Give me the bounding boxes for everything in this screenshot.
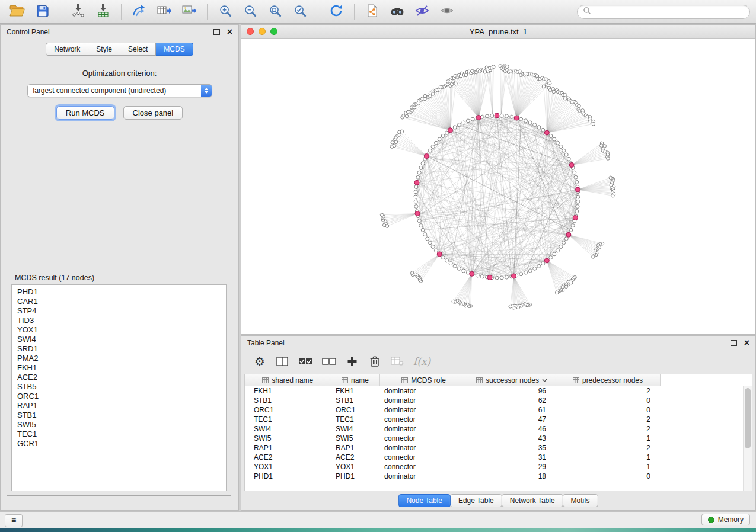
table-cell[interactable]: 1 bbox=[556, 434, 660, 443]
mcds-result-item[interactable]: CAR1 bbox=[17, 297, 226, 306]
mcds-result-item[interactable]: STB1 bbox=[17, 411, 226, 420]
mcds-result-item[interactable]: YOX1 bbox=[17, 325, 226, 335]
table-cell[interactable]: PHD1 bbox=[245, 472, 331, 481]
table-cell[interactable]: SWI5 bbox=[245, 434, 331, 443]
zoom-selected-button[interactable] bbox=[289, 2, 311, 21]
mcds-result-item[interactable]: TEC1 bbox=[17, 430, 226, 439]
table-scrollbar[interactable] bbox=[743, 386, 752, 491]
table-cell[interactable]: 43 bbox=[468, 434, 556, 443]
table-row[interactable]: TEC1TEC1connector472 bbox=[245, 415, 660, 424]
table-cell[interactable]: 96 bbox=[468, 386, 556, 396]
table-cell[interactable]: RAP1 bbox=[331, 443, 379, 453]
column-header-name[interactable]: name bbox=[331, 374, 379, 386]
table-cell[interactable]: dominator bbox=[379, 443, 468, 453]
table-cell[interactable]: 35 bbox=[468, 443, 556, 453]
table-cell[interactable]: TEC1 bbox=[331, 415, 379, 424]
window-minimize-button[interactable] bbox=[259, 28, 266, 35]
table-cell[interactable]: SWI5 bbox=[331, 434, 379, 443]
tab-edge-table[interactable]: Edge Table bbox=[450, 494, 502, 507]
table-cell[interactable]: YOX1 bbox=[245, 462, 331, 472]
window-close-button[interactable] bbox=[247, 28, 254, 35]
table-row[interactable]: STB1STB1dominator620 bbox=[245, 396, 660, 405]
table-cell[interactable]: 1 bbox=[556, 462, 660, 472]
table-row[interactable]: ACE2ACE2connector311 bbox=[245, 453, 660, 462]
mcds-result-item[interactable]: PMA2 bbox=[17, 354, 226, 363]
table-cell[interactable]: YOX1 bbox=[331, 462, 379, 472]
tab-select[interactable]: Select bbox=[120, 43, 156, 56]
float-panel-icon[interactable] bbox=[213, 29, 220, 35]
table-cell[interactable]: ORC1 bbox=[331, 405, 379, 415]
export-image-button[interactable] bbox=[178, 2, 200, 21]
find-button[interactable] bbox=[386, 2, 409, 21]
table-cell[interactable]: STB1 bbox=[245, 396, 331, 405]
import-network-button[interactable] bbox=[67, 2, 90, 21]
column-header-predecessor-nodes[interactable]: predecessor nodes bbox=[556, 374, 660, 386]
import-table-button[interactable] bbox=[92, 2, 114, 21]
table-cell[interactable]: 0 bbox=[556, 396, 660, 405]
mcds-result-list[interactable]: PHD1CAR1STP4TID3YOX1SWI4SRD1PMA2FKH1ACE2… bbox=[11, 284, 227, 491]
table-cell[interactable]: 2 bbox=[556, 443, 660, 453]
zoom-fit-button[interactable] bbox=[264, 2, 286, 21]
mcds-result-item[interactable]: SRD1 bbox=[17, 344, 226, 354]
table-cell[interactable]: PHD1 bbox=[331, 472, 379, 481]
column-header-successor-nodes[interactable]: successor nodes bbox=[468, 374, 556, 386]
table-cell[interactable]: connector bbox=[379, 434, 468, 443]
select-all-rows-icon[interactable] bbox=[298, 356, 312, 367]
show-details-button[interactable] bbox=[436, 2, 458, 21]
table-cell[interactable]: ACE2 bbox=[331, 453, 379, 462]
export-network-button[interactable] bbox=[128, 2, 151, 21]
table-cell[interactable]: dominator bbox=[379, 386, 468, 396]
float-panel-icon[interactable] bbox=[731, 340, 737, 346]
network-window-titlebar[interactable]: YPA_prune.txt_1 bbox=[241, 25, 755, 39]
tab-style[interactable]: Style bbox=[88, 43, 120, 56]
close-panel-icon[interactable]: × bbox=[744, 339, 749, 347]
table-row[interactable]: FKH1FKH1dominator962 bbox=[245, 386, 660, 396]
table-cell[interactable]: 0 bbox=[556, 472, 660, 481]
column-visibility-icon[interactable] bbox=[276, 356, 289, 367]
mcds-result-item[interactable]: SWI5 bbox=[17, 420, 226, 430]
refresh-view-button[interactable] bbox=[325, 2, 347, 21]
tab-network-table[interactable]: Network Table bbox=[502, 494, 563, 507]
table-row[interactable]: ORC1ORC1dominator610 bbox=[245, 405, 660, 415]
table-cell[interactable]: STB1 bbox=[331, 396, 379, 405]
table-cell[interactable]: dominator bbox=[379, 472, 468, 481]
table-cell[interactable]: dominator bbox=[379, 424, 468, 434]
mcds-result-item[interactable]: PHD1 bbox=[17, 287, 226, 297]
hide-details-button[interactable] bbox=[411, 2, 433, 21]
table-cell[interactable]: 0 bbox=[556, 405, 660, 415]
task-history-button[interactable]: ≡ bbox=[5, 514, 23, 527]
table-row[interactable]: SWI5SWI5connector431 bbox=[245, 434, 660, 443]
table-cell[interactable]: RAP1 bbox=[245, 443, 331, 453]
column-header-mcds-role[interactable]: MCDS role bbox=[379, 374, 468, 386]
delete-column-icon[interactable] bbox=[368, 355, 381, 367]
tab-mcds[interactable]: MCDS bbox=[156, 43, 193, 56]
table-cell[interactable]: 2 bbox=[556, 424, 660, 434]
add-column-icon[interactable] bbox=[346, 356, 359, 367]
table-cell[interactable]: 31 bbox=[468, 453, 556, 462]
tab-motifs[interactable]: Motifs bbox=[563, 494, 598, 507]
tab-node-table[interactable]: Node Table bbox=[398, 494, 451, 507]
run-mcds-button[interactable]: Run MCDS bbox=[56, 106, 114, 120]
table-cell[interactable]: dominator bbox=[379, 405, 468, 415]
table-row[interactable]: PHD1PHD1dominator180 bbox=[245, 472, 660, 481]
network-file-button[interactable] bbox=[361, 2, 384, 21]
mcds-result-item[interactable]: SWI4 bbox=[17, 335, 226, 344]
mcds-result-item[interactable]: TID3 bbox=[17, 316, 226, 325]
table-cell[interactable]: ACE2 bbox=[245, 453, 331, 462]
table-cell[interactable]: ORC1 bbox=[245, 405, 331, 415]
table-cell[interactable]: 2 bbox=[556, 386, 660, 396]
column-header-shared-name[interactable]: shared name bbox=[245, 374, 331, 386]
table-cell[interactable]: SWI4 bbox=[245, 424, 331, 434]
save-session-button[interactable] bbox=[31, 2, 53, 21]
table-settings-gear-icon[interactable]: ⚙ bbox=[253, 355, 266, 367]
table-row[interactable]: YOX1YOX1connector291 bbox=[245, 462, 660, 472]
table-cell[interactable]: 2 bbox=[556, 415, 660, 424]
table-cell[interactable]: 47 bbox=[468, 415, 556, 424]
zoom-out-button[interactable] bbox=[239, 2, 261, 21]
mcds-result-item[interactable]: STB5 bbox=[17, 382, 226, 392]
tab-network[interactable]: Network bbox=[46, 43, 88, 56]
table-scrollbar-thumb[interactable] bbox=[745, 388, 751, 448]
mcds-result-item[interactable]: ACE2 bbox=[17, 373, 226, 382]
table-cell[interactable]: 1 bbox=[556, 453, 660, 462]
table-cell[interactable]: 18 bbox=[468, 472, 556, 481]
